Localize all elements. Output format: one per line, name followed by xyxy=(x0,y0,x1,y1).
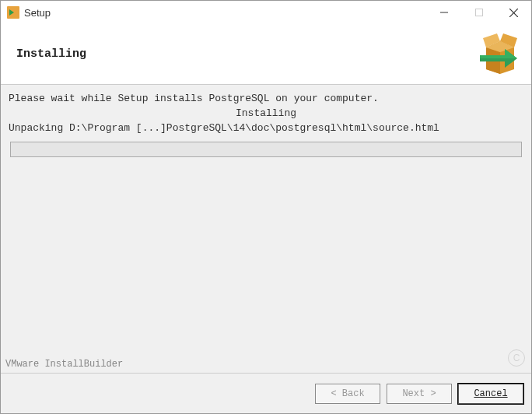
svg-rect-1 xyxy=(475,9,482,16)
button-row: < Back Next > Cancel xyxy=(315,384,523,404)
watermark: C xyxy=(508,349,525,367)
header-title: Installing xyxy=(16,47,86,61)
window-controls xyxy=(426,1,531,24)
close-icon xyxy=(509,9,518,17)
progress-bar xyxy=(10,142,522,157)
minimize-button[interactable] xyxy=(426,1,461,24)
cancel-button[interactable]: Cancel xyxy=(458,384,523,404)
maximize-button xyxy=(461,1,496,24)
status-label: Installing xyxy=(9,107,523,119)
watermark-icon: C xyxy=(508,349,525,367)
minimize-icon xyxy=(440,9,448,16)
box-arrow-icon xyxy=(478,32,522,75)
unpack-path: Unpacking D:\Program [...]PostgreSQL\14\… xyxy=(9,122,523,134)
wait-message: Please wait while Setup installs Postgre… xyxy=(9,93,523,104)
setup-app-icon xyxy=(7,6,19,19)
footer-bar: < Back Next > Cancel xyxy=(1,373,531,413)
titlebar: Setup xyxy=(1,1,531,24)
window-title: Setup xyxy=(24,7,51,19)
next-button-label: Next > xyxy=(402,388,436,399)
installer-header: Installing xyxy=(1,24,531,85)
installer-brand: VMware InstallBuilder xyxy=(5,359,123,370)
maximize-icon xyxy=(475,9,483,16)
next-button: Next > xyxy=(387,384,452,404)
close-button[interactable] xyxy=(496,1,531,24)
content-area: Please wait while Setup installs Postgre… xyxy=(1,85,531,165)
back-button-label: < Back xyxy=(331,388,364,399)
cancel-button-label: Cancel xyxy=(474,388,507,399)
back-button: < Back xyxy=(315,384,380,404)
